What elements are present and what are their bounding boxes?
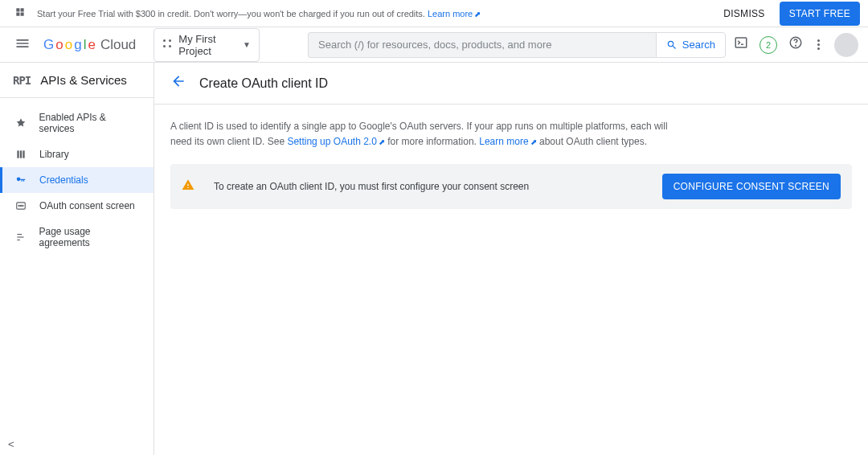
setting-up-oauth-link[interactable]: Setting up OAuth 2.0⬈: [287, 136, 384, 147]
help-icon[interactable]: [788, 35, 803, 54]
sidebar-item-label: Page usage agreements: [39, 226, 141, 248]
desc-part3: about OAuth client types.: [539, 136, 647, 147]
agreements-icon: [15, 232, 27, 243]
sidebar-item-credentials[interactable]: Credentials: [0, 167, 154, 193]
description-text: A client ID is used to identify a single…: [170, 119, 685, 150]
gift-icon: [14, 6, 26, 20]
search-input[interactable]: [308, 32, 656, 58]
chevron-down-icon: ▼: [243, 40, 251, 49]
svg-point-7: [796, 45, 796, 46]
sidebar-item-label: Enabled APIs & services: [39, 112, 141, 134]
dismiss-button[interactable]: DISMISS: [723, 8, 764, 19]
header-bar: Google Cloud My First Project ▼ Search 2: [0, 27, 868, 63]
sidebar-item-enabled-apis[interactable]: Enabled APIs & services: [0, 105, 154, 141]
google-cloud-logo[interactable]: Google Cloud: [43, 37, 136, 53]
logo-cloud-label: Cloud: [100, 37, 136, 53]
sidebar-item-library[interactable]: Library: [0, 141, 154, 167]
svg-point-14: [23, 205, 23, 206]
sidebar-item-page-usage[interactable]: Page usage agreements: [0, 219, 154, 256]
svg-point-2: [163, 45, 166, 47]
avatar[interactable]: [834, 33, 858, 57]
alert-text: To create an OAuth client ID, you must f…: [214, 181, 529, 192]
search-icon: [666, 39, 678, 51]
hamburger-menu-icon[interactable]: [10, 31, 35, 59]
trial-message: Start your Free Trial with $300 in credi…: [37, 9, 428, 18]
key-icon: [15, 174, 28, 186]
svg-point-0: [163, 39, 166, 42]
svg-point-13: [20, 205, 21, 206]
collapse-sidebar-icon[interactable]: <: [8, 438, 14, 450]
desc-part2: for more information.: [387, 136, 479, 147]
warning-icon: [182, 178, 194, 195]
sidebar: RPI APIs & Services Enabled APIs & servi…: [0, 63, 154, 455]
search-wrap: Search: [308, 32, 726, 58]
project-name-label: My First Project: [178, 33, 236, 57]
sidebar-title: APIs & Services: [40, 73, 127, 87]
trial-banner-right: DISMISS START FREE: [723, 2, 860, 26]
svg-rect-10: [23, 150, 24, 158]
external-link-icon: ⬈: [474, 10, 481, 18]
svg-point-3: [169, 45, 171, 47]
back-arrow-icon[interactable]: [170, 73, 186, 93]
trial-banner: Start your Free Trial with $300 in credi…: [0, 0, 868, 27]
svg-point-12: [18, 205, 19, 206]
alert-box: To create an OAuth client ID, you must f…: [170, 164, 852, 209]
more-options-icon[interactable]: [814, 36, 823, 53]
external-link-icon: ⬈: [379, 137, 385, 146]
trial-banner-left: Start your Free Trial with $300 in credi…: [14, 6, 481, 20]
svg-point-1: [169, 39, 171, 42]
header-icons: 2: [734, 33, 858, 57]
notification-badge[interactable]: 2: [760, 36, 777, 54]
content-area: Create OAuth client ID A client ID is us…: [154, 63, 868, 455]
search-button[interactable]: Search: [656, 32, 726, 58]
sidebar-item-label: Library: [39, 149, 69, 160]
configure-consent-screen-button[interactable]: CONFIGURE CONSENT SCREEN: [662, 174, 841, 199]
api-logo-icon: RPI: [13, 74, 31, 87]
shell-icon[interactable]: [734, 35, 748, 54]
svg-rect-4: [735, 38, 747, 47]
sidebar-header[interactable]: RPI APIs & Services: [0, 63, 154, 98]
sidebar-item-consent-screen[interactable]: OAuth consent screen: [0, 193, 154, 219]
sidebar-nav: Enabled APIs & services Library Credenti…: [0, 98, 154, 256]
sidebar-item-label: Credentials: [39, 174, 88, 186]
svg-rect-8: [17, 150, 18, 158]
page-title: Create OAuth client ID: [199, 76, 328, 91]
trial-learn-more-link[interactable]: Learn more⬈: [428, 9, 481, 18]
consent-icon: [15, 200, 28, 211]
learn-more-link[interactable]: Learn more⬈: [479, 136, 536, 147]
search-button-label: Search: [682, 39, 715, 51]
sidebar-item-label: OAuth consent screen: [39, 200, 135, 211]
start-free-button[interactable]: START FREE: [780, 2, 860, 26]
project-selector[interactable]: My First Project ▼: [154, 28, 260, 62]
main-layout: RPI APIs & Services Enabled APIs & servi…: [0, 63, 868, 455]
enabled-apis-icon: [15, 117, 27, 129]
external-link-icon: ⬈: [530, 137, 537, 146]
library-icon: [15, 149, 28, 160]
content-header: Create OAuth client ID: [154, 63, 868, 105]
svg-rect-9: [20, 150, 22, 158]
alert-left: To create an OAuth client ID, you must f…: [182, 178, 529, 195]
trial-text: Start your Free Trial with $300 in credi…: [37, 9, 481, 18]
content-body: A client ID is used to identify a single…: [154, 105, 868, 223]
project-icon: [162, 39, 172, 51]
